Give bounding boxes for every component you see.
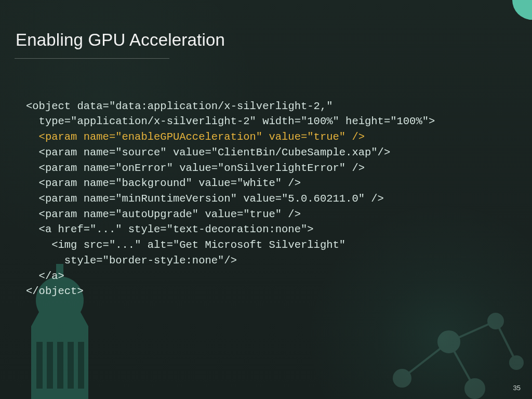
svg-rect-5 — [47, 342, 53, 389]
code-line: <object data="data:application/x-silverl… — [26, 100, 333, 112]
svg-rect-4 — [36, 342, 43, 389]
code-line: <param name="background" value="white" /… — [26, 176, 301, 191]
title-underline — [15, 58, 169, 59]
code-line: <a href="..." style="text-decoration:non… — [26, 222, 314, 237]
svg-rect-6 — [57, 342, 63, 389]
page-number: 35 — [513, 384, 521, 392]
code-line: <img src="..." alt="Get Microsoft Silver… — [26, 237, 345, 253]
code-line: </a> — [26, 269, 64, 284]
presentation-slide: Enabling GPU Acceleration <object data="… — [0, 0, 532, 399]
svg-point-14 — [438, 331, 459, 352]
code-line-highlight: <param name="enableGPUAcceleration" valu… — [26, 129, 365, 145]
code-line: <param name="onError" value="onSilverlig… — [26, 161, 365, 176]
code-line: type="application/x-silverlight-2" width… — [26, 114, 435, 129]
code-block: <object data="data:application/x-silverl… — [26, 83, 511, 299]
svg-point-13 — [394, 370, 410, 387]
slide-title: Enabling GPU Acceleration — [16, 30, 225, 50]
code-line: <param name="source" value="ClientBin/Cu… — [26, 145, 390, 161]
code-line: <param name="minRuntimeVersion" value="5… — [26, 191, 384, 207]
svg-rect-8 — [78, 342, 84, 389]
svg-point-16 — [466, 379, 484, 398]
code-line: style="border-style:none"/> — [26, 253, 237, 269]
code-line: <param name="autoUpgrade" value="true" /… — [26, 207, 301, 222]
svg-rect-7 — [68, 342, 74, 389]
svg-point-17 — [510, 356, 523, 369]
code-line: </object> — [26, 285, 84, 297]
svg-point-15 — [488, 314, 503, 328]
